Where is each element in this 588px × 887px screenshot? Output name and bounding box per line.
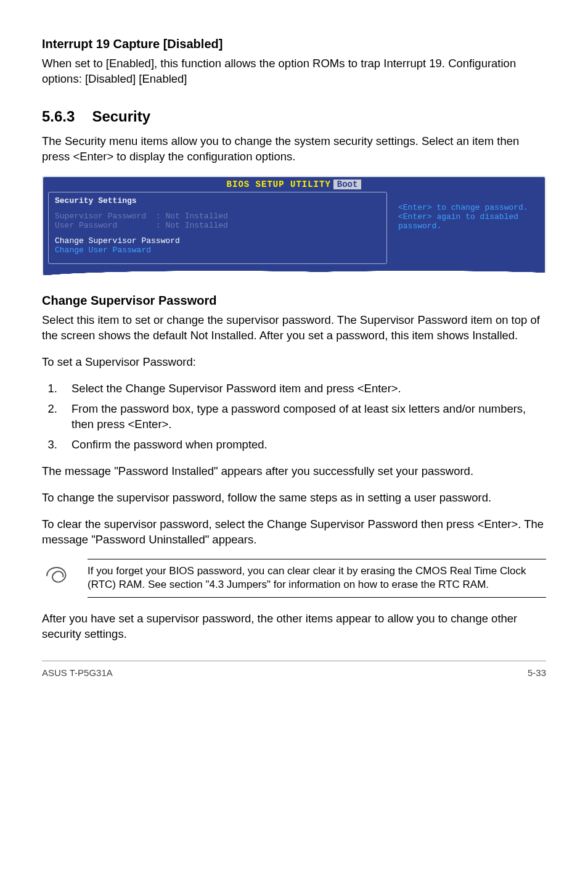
bios-row-user-label: User Password: [55, 221, 117, 230]
change-supervisor-p5: To clear the supervisor password, select…: [42, 517, 546, 548]
bios-help-panel: <Enter> to change password. <Enter> agai…: [392, 192, 540, 264]
page-footer: ASUS T-P5G31A 5-33: [42, 661, 546, 678]
change-supervisor-heading: Change Supervisor Password: [42, 294, 546, 308]
section-number: 5.6.3: [42, 108, 75, 125]
footer-left: ASUS T-P5G31A: [42, 667, 113, 678]
bios-help-text: <Enter> to change password. <Enter> agai…: [398, 203, 534, 231]
note-text: If you forget your BIOS password, you ca…: [88, 564, 546, 593]
bios-row-supervisor-label: Supervisor Password: [55, 212, 146, 221]
section-heading: 5.6.3Security: [42, 108, 546, 125]
paperclip-icon: [42, 559, 74, 588]
bios-selected-item: Change Supervisor Password: [55, 236, 380, 245]
step-3: Confirm the password when prompted.: [60, 437, 546, 453]
change-supervisor-p2: To set a Supervisor Password:: [42, 355, 546, 370]
change-supervisor-p3: The message "Password Installed" appears…: [42, 464, 546, 479]
after-note-p: After you have set a supervisor password…: [42, 611, 546, 642]
interrupt-heading: Interrupt 19 Capture [Disabled]: [42, 37, 546, 51]
footer-right: 5-33: [528, 667, 546, 678]
section-intro: The Security menu items allow you to cha…: [42, 134, 546, 165]
change-supervisor-p4: To change the supervisor password, follo…: [42, 490, 546, 506]
section-title: Security: [92, 108, 150, 125]
bios-link-item: Change User Passward: [55, 245, 380, 255]
steps-list: Select the Change Supervisor Password it…: [42, 381, 546, 453]
step-1: Select the Change Supervisor Password it…: [60, 381, 546, 397]
bios-row-user-value: : Not Installed: [156, 221, 228, 230]
bios-title: BIOS SETUP UTILITY: [227, 179, 331, 189]
bios-panel-heading: Security Settings: [55, 196, 380, 205]
interrupt-body: When set to [Enabled], this function all…: [42, 56, 546, 87]
bios-left-panel: Security Settings Supervisor Password : …: [48, 192, 387, 264]
bios-tab-boot: Boot: [333, 179, 362, 189]
bios-row-supervisor-value: : Not Installed: [156, 212, 228, 221]
note-block: If you forget your BIOS password, you ca…: [42, 559, 546, 598]
bios-screenshot: BIOS SETUP UTILITYBoot Security Settings…: [42, 176, 546, 276]
step-2: From the password box, type a password c…: [60, 402, 546, 432]
change-supervisor-p1: Select this item to set or change the su…: [42, 313, 546, 344]
